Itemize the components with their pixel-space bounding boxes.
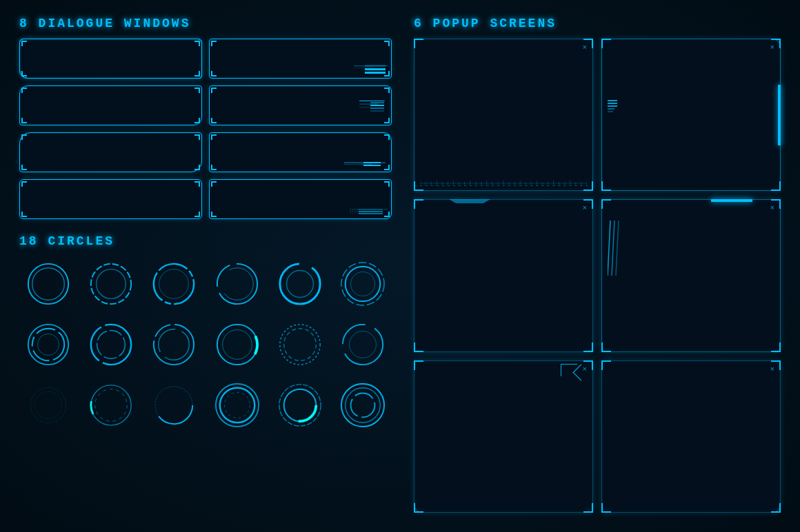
circles-section: 18 CIRCLES <box>19 234 392 433</box>
svg-line-87 <box>608 221 610 276</box>
circle-4 <box>214 260 261 307</box>
svg-point-45 <box>216 384 259 427</box>
dialogue-title: 8 DIALOGUE WINDOWS <box>19 17 392 30</box>
svg-point-51 <box>341 384 384 427</box>
dialogue-window-2 <box>209 39 392 79</box>
circle-8 <box>88 321 134 368</box>
svg-line-88 <box>612 221 614 276</box>
circle-7 <box>25 321 72 368</box>
popup-screen-3: × <box>414 199 593 351</box>
svg-point-11 <box>28 264 68 304</box>
left-panel: 8 DIALOGUE WINDOWS <box>19 17 392 515</box>
circle-3 <box>150 260 197 307</box>
dialogue-grid <box>19 39 392 219</box>
popup-screen-2: × <box>601 39 781 191</box>
svg-point-25 <box>32 329 64 361</box>
svg-point-17 <box>217 264 257 304</box>
circle-18 <box>339 382 386 429</box>
circle-9 <box>150 321 197 368</box>
circle-14 <box>88 382 134 429</box>
main-container: 8 DIALOGUE WINDOWS <box>0 0 800 532</box>
dialogue-window-6 <box>209 132 392 172</box>
dialogue-window-8 <box>209 179 392 219</box>
svg-point-28 <box>97 331 126 359</box>
dialogue-window-5 <box>19 132 202 172</box>
popup-screen-1: × <box>414 39 593 191</box>
dialogue-window-7 <box>19 179 202 219</box>
svg-point-14 <box>97 269 126 299</box>
svg-marker-86 <box>449 199 490 203</box>
circle-13 <box>28 385 69 426</box>
svg-point-53 <box>351 393 375 418</box>
circle-15 <box>150 382 197 429</box>
svg-point-38 <box>30 387 66 422</box>
svg-point-15 <box>154 264 194 304</box>
svg-point-31 <box>217 325 257 365</box>
svg-point-47 <box>224 393 250 418</box>
svg-point-30 <box>159 329 190 360</box>
dialogue-window-1 <box>19 39 202 79</box>
tick-marks-2 <box>608 100 617 112</box>
right-panel: 6 POPUP SCREENS × <box>414 17 781 515</box>
svg-point-40 <box>91 385 131 425</box>
svg-point-13 <box>91 264 131 304</box>
popup-screen-5: × <box>414 360 593 513</box>
svg-point-35 <box>284 329 317 361</box>
circle-10 <box>214 321 261 368</box>
svg-point-26 <box>37 334 59 355</box>
svg-point-20 <box>287 271 314 298</box>
svg-point-12 <box>32 268 64 300</box>
circle-11 <box>277 321 323 368</box>
circle-2 <box>88 260 134 307</box>
circle-17 <box>277 382 323 429</box>
svg-point-21 <box>341 263 384 305</box>
circle-12 <box>339 321 386 368</box>
svg-point-19 <box>280 264 320 304</box>
popup-grid: × <box>414 39 781 513</box>
circles-grid <box>19 256 392 433</box>
svg-point-37 <box>350 331 377 358</box>
dialogue-window-4 <box>209 85 392 125</box>
dialogue-section: 8 DIALOGUE WINDOWS <box>19 17 392 219</box>
svg-point-16 <box>159 269 189 299</box>
svg-point-36 <box>343 325 383 365</box>
svg-point-29 <box>154 325 194 365</box>
popup-title: 6 POPUP SCREENS <box>414 17 781 30</box>
circles-title: 18 CIRCLES <box>19 234 392 248</box>
circle-5 <box>277 260 323 307</box>
svg-line-89 <box>616 221 619 276</box>
svg-point-24 <box>28 325 68 365</box>
dialogue-window-3 <box>19 85 202 125</box>
svg-point-23 <box>351 272 375 296</box>
popup-screen-4: × <box>601 199 781 351</box>
popup-screen-6: × <box>601 360 781 513</box>
circle-16 <box>214 382 261 429</box>
svg-point-42 <box>95 389 128 422</box>
svg-point-34 <box>280 325 320 365</box>
circle-1 <box>25 260 72 307</box>
circle-6 <box>339 260 386 307</box>
svg-point-18 <box>221 268 253 300</box>
svg-point-33 <box>222 330 252 360</box>
svg-point-39 <box>34 391 61 418</box>
svg-point-46 <box>219 388 254 423</box>
svg-point-48 <box>279 385 321 426</box>
